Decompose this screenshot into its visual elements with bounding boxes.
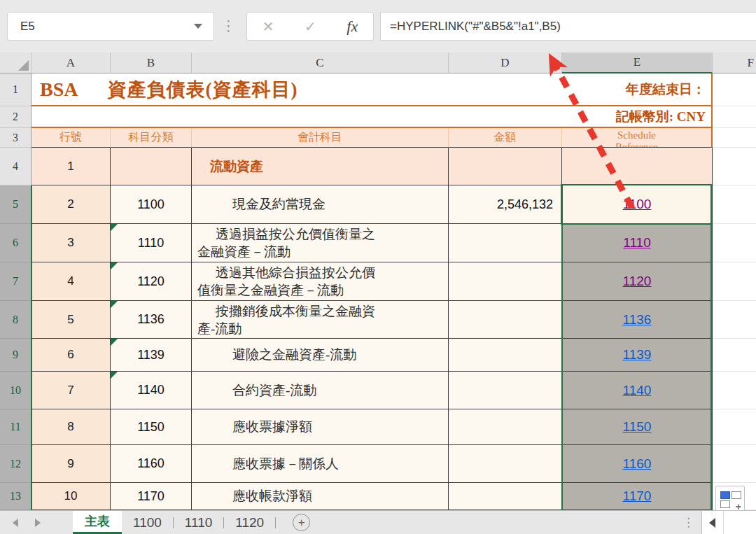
tab-scroll-left-icon[interactable] [13,519,18,527]
cell-amount[interactable] [449,445,562,483]
cell-account-name[interactable]: 應收票據淨額 [192,409,449,445]
cell-schedule[interactable]: 1136 [562,301,713,339]
cell-category[interactable] [111,148,192,185]
cell-line-no[interactable]: 3 [31,224,111,262]
cell-category[interactable]: 1136 [111,301,192,339]
column-header-a[interactable]: A [31,52,111,73]
row-header-6[interactable]: 6 [0,224,31,262]
header-amount[interactable]: 金額 [449,128,562,148]
column-header-e-selected[interactable]: E [562,52,713,73]
name-box[interactable]: E5 [7,12,214,41]
cell-a1-title[interactable]: BSA 資產負債表(資產科目) [31,73,562,106]
toolbar-divider-handle[interactable]: ⋮ [221,15,236,36]
chevron-down-icon[interactable] [194,24,202,29]
column-header-c[interactable]: C [192,52,449,73]
cell-amount[interactable] [449,409,562,445]
cell-schedule[interactable]: 1150 [562,409,713,445]
cell-account-name[interactable]: 避險之金融資產-流動 [192,339,449,372]
row-header-12[interactable]: 12 [0,445,31,483]
cell-amount[interactable] [449,262,562,301]
schedule-hyperlink[interactable]: 1160 [623,456,652,472]
row-header-3[interactable]: 3 [0,128,31,148]
header-schedule-reference[interactable]: Schedule Reference [562,128,713,148]
cell-schedule[interactable] [562,148,713,185]
cell-amount[interactable] [449,372,562,409]
cell-schedule[interactable]: 1139 [562,339,713,372]
cell-amount[interactable] [449,224,562,262]
cell-f2[interactable] [713,106,756,128]
cell-line-no[interactable]: 10 [31,483,111,510]
schedule-hyperlink[interactable]: 1100 [623,197,652,212]
cell-account-name[interactable]: 應收帳款淨額 [192,483,449,510]
cell-category[interactable]: 1160 [111,445,192,483]
cell-line-no[interactable]: 4 [31,262,111,301]
scroll-left-arrow-icon[interactable] [709,518,715,528]
schedule-hyperlink[interactable]: 1170 [623,489,652,504]
cell-amount[interactable] [449,339,562,372]
cell-line-no[interactable]: 9 [31,445,111,483]
select-all-corner[interactable] [0,52,31,73]
cell-category[interactable]: 1110 [111,224,192,262]
cell-account-name[interactable]: 透過其他綜合損益按公允價 值衡量之金融資產－流動 [192,262,449,301]
row-header-7[interactable]: 7 [0,262,31,301]
header-category[interactable]: 科目分類 [111,128,192,148]
cell-schedule-active[interactable]: 1100 [562,185,713,224]
tab-1110[interactable]: 1110 [174,511,223,534]
quick-analysis-button[interactable]: + [715,486,745,514]
schedule-hyperlink[interactable]: 1150 [623,419,652,435]
cell-f[interactable] [713,148,756,185]
row-header-13[interactable]: 13 [0,483,31,510]
cell-schedule[interactable]: 1160 [562,445,713,483]
cell-schedule[interactable]: 1140 [562,372,713,409]
cell-f[interactable] [713,224,756,262]
cell-line-no[interactable]: 2 [31,185,111,224]
cell-account-name[interactable]: 應收票據－關係人 [192,445,449,483]
cell-f[interactable] [713,339,756,372]
cell-line-no[interactable]: 1 [31,148,111,185]
cell-f[interactable] [713,409,756,445]
cancel-icon[interactable]: ✕ [262,18,274,35]
cell-f[interactable] [713,445,756,483]
cell-e2-currency-label[interactable]: 記帳幣別: CNY [562,106,713,128]
cell-f3[interactable] [713,128,756,148]
cell-category[interactable]: 1120 [111,262,192,301]
cell-amount[interactable] [449,301,562,339]
header-account[interactable]: 會計科目 [192,128,449,148]
enter-icon[interactable]: ✓ [304,18,316,35]
schedule-hyperlink[interactable]: 1110 [623,235,650,251]
column-header-b[interactable]: B [111,52,192,73]
cell-line-no[interactable]: 8 [31,409,111,445]
cell-f[interactable] [713,262,756,301]
schedule-hyperlink[interactable]: 1139 [623,347,652,363]
add-sheet-button[interactable]: + [293,514,310,531]
row-header-2[interactable]: 2 [0,106,31,128]
insert-function-icon[interactable]: fx [346,17,358,36]
column-header-d[interactable]: D [449,52,562,73]
cell-amount[interactable] [449,483,562,510]
schedule-hyperlink[interactable]: 1136 [623,312,652,328]
cell-f[interactable] [713,185,756,224]
schedule-hyperlink[interactable]: 1140 [623,383,652,398]
cell-category[interactable]: 1150 [111,409,192,445]
cell-f1[interactable] [713,73,756,106]
cell-category[interactable]: 1139 [111,339,192,372]
cell-account-name[interactable]: 按攤銷後成本衡量之金融資 產-流動 [192,301,449,339]
row-header-8[interactable]: 8 [0,301,31,339]
row-header-1[interactable]: 1 [0,73,31,106]
column-header-f[interactable]: F [713,52,756,73]
cell-category[interactable]: 1140 [111,372,192,409]
cell-schedule[interactable]: 1170 [562,483,713,510]
row-header-11[interactable]: 11 [0,409,31,445]
cell-schedule[interactable]: 1110 [562,224,713,262]
cell-f[interactable] [713,301,756,339]
schedule-hyperlink[interactable]: 1120 [623,274,652,289]
row-header-9[interactable]: 9 [0,339,31,372]
cell-category[interactable]: 1100 [111,185,192,224]
formula-bar[interactable]: =HYPERLINK("#"&B5&"!a1",B5) [380,12,756,41]
scrollbar-resize-handle[interactable]: ⋮ [682,515,694,530]
cell-line-no[interactable]: 5 [31,301,111,339]
cell-schedule[interactable]: 1120 [562,262,713,301]
tab-scroll-right-icon[interactable] [35,519,41,527]
tab-main-sheet[interactable]: 主表 [73,511,122,534]
cell-line-no[interactable]: 6 [31,339,111,372]
